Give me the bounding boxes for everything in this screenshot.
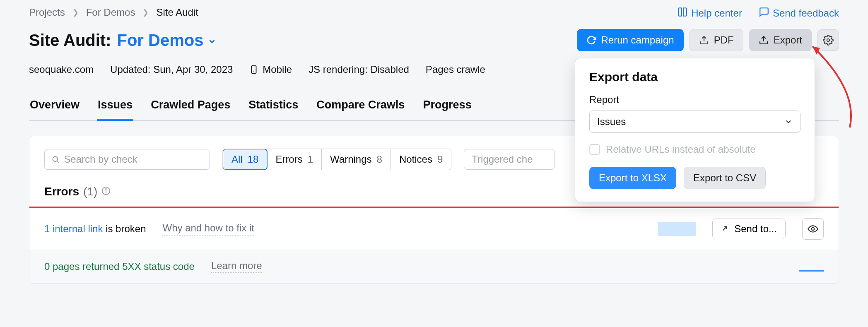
search-input-wrapper[interactable]	[44, 149, 210, 170]
help-center-label: Help center	[691, 7, 742, 19]
filter-warnings[interactable]: Warnings 8	[322, 149, 391, 170]
tab-overview[interactable]: Overview	[29, 94, 80, 121]
issue-row: 1 internal link is broken Why and how to…	[29, 208, 839, 250]
issue-text: 1 internal link is broken	[44, 223, 146, 235]
chat-icon	[759, 7, 769, 20]
upload-icon	[759, 35, 769, 45]
chevron-down-icon	[784, 118, 793, 126]
meta-crawled: Pages crawle	[426, 64, 485, 75]
meta-domain: seoquake.com	[29, 64, 94, 75]
svg-point-2	[827, 39, 830, 42]
meta-js: JS rendering: Disabled	[309, 64, 409, 75]
hide-issue-button[interactable]	[802, 218, 824, 240]
issue-row: 0 pages returned 5XX status code Learn m…	[29, 250, 839, 284]
share-arrow-icon	[721, 224, 730, 233]
rerun-campaign-button[interactable]: Rerun campaign	[577, 29, 684, 51]
export-xlsx-button[interactable]: Export to XLSX	[589, 167, 676, 189]
project-name-label: For Demos	[117, 31, 204, 50]
section-errors-count: (1)	[83, 185, 97, 198]
fix-link[interactable]: Why and how to fix it	[162, 222, 254, 236]
filter-notices[interactable]: Notices 9	[391, 149, 451, 170]
search-icon	[51, 155, 60, 164]
checkbox-icon	[589, 144, 600, 155]
upload-icon	[699, 35, 709, 45]
chevron-right-icon: ❯	[72, 8, 79, 17]
gear-icon	[823, 35, 834, 46]
tab-progress[interactable]: Progress	[422, 94, 472, 121]
chevron-down-icon	[207, 37, 217, 46]
export-button[interactable]: Export	[749, 29, 812, 51]
page-title: Site Audit:	[29, 31, 111, 50]
triggered-filter[interactable]: Triggered che	[464, 149, 555, 170]
breadcrumb-current: Site Audit	[156, 7, 198, 18]
refresh-icon	[586, 35, 596, 45]
svg-point-10	[812, 228, 815, 231]
send-feedback-label: Send feedback	[773, 7, 839, 19]
filter-errors[interactable]: Errors 1	[267, 149, 322, 170]
export-label: Export	[774, 34, 802, 46]
meta-device: Mobile	[249, 64, 292, 75]
svg-rect-3	[252, 66, 256, 73]
svg-line-6	[57, 161, 59, 163]
rerun-label: Rerun campaign	[601, 34, 674, 46]
chevron-right-icon: ❯	[142, 8, 149, 17]
tab-compare-crawls[interactable]: Compare Crawls	[316, 94, 405, 121]
issue-text: 0 pages returned 5XX status code	[44, 261, 195, 272]
tab-issues[interactable]: Issues	[97, 94, 133, 121]
tab-statistics[interactable]: Statistics	[248, 94, 299, 121]
pdf-label: PDF	[714, 34, 734, 46]
report-label: Report	[589, 94, 800, 106]
eye-icon	[808, 224, 818, 234]
breadcrumb-projects[interactable]: Projects	[29, 7, 65, 18]
filter-all[interactable]: All 18	[222, 149, 268, 170]
trend-sparkline	[799, 270, 824, 272]
svg-point-5	[53, 156, 58, 161]
info-icon[interactable]	[101, 185, 111, 198]
breadcrumb-group[interactable]: For Demos	[86, 7, 135, 18]
meta-updated: Updated: Sun, Apr 30, 2023	[110, 64, 233, 75]
section-errors-label: Errors	[44, 185, 79, 198]
send-feedback-link[interactable]: Send feedback	[759, 7, 839, 20]
learn-more-link[interactable]: Learn more	[211, 260, 262, 273]
report-select-value: Issues	[597, 116, 626, 127]
issue-filter-group: All 18 Errors 1 Warnings 8 Notices 9	[222, 149, 451, 170]
search-input[interactable]	[64, 154, 203, 165]
project-selector[interactable]: For Demos	[117, 31, 217, 50]
report-select[interactable]: Issues	[589, 111, 800, 133]
book-icon	[677, 7, 688, 20]
export-popover: Export data Report Issues Relative URLs …	[575, 58, 815, 202]
trend-sparkline	[658, 222, 696, 236]
mobile-icon	[249, 64, 258, 75]
tab-crawled-pages[interactable]: Crawled Pages	[150, 94, 231, 121]
settings-button[interactable]	[817, 29, 839, 51]
popover-title: Export data	[589, 70, 800, 84]
svg-point-9	[106, 189, 106, 190]
relative-urls-checkbox[interactable]: Relative URLs instead of absolute	[589, 144, 800, 155]
pdf-button[interactable]: PDF	[690, 29, 743, 51]
issue-link[interactable]: 1 internal link	[44, 223, 103, 234]
send-to-button[interactable]: Send to...	[712, 219, 786, 239]
export-csv-button[interactable]: Export to CSV	[684, 167, 766, 189]
help-center-link[interactable]: Help center	[677, 7, 742, 20]
issue-link[interactable]: 0 pages returned 5XX status code	[44, 261, 195, 272]
